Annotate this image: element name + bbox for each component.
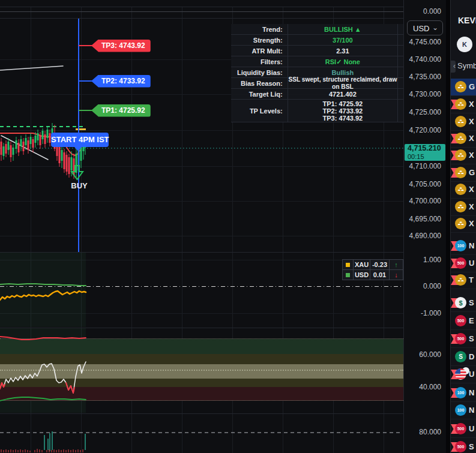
watchlist-row[interactable]: 500E: [451, 313, 476, 330]
watchlist-row[interactable]: T: [451, 272, 476, 289]
axis-price-label: 4,730.000: [409, 90, 441, 98]
symbol-name: S: [469, 442, 474, 451]
info-row-value: 4721.402: [288, 89, 398, 99]
info-row-label: Liquidity Bias:: [231, 67, 288, 77]
symbol-name: N: [469, 388, 474, 397]
chart-area[interactable]: START 4PM IST BUY TP3: 4743.92TP2: 4733.…: [0, 0, 446, 453]
watchlist-row[interactable]: U: [451, 366, 476, 383]
watchlist-row[interactable]: X: [451, 199, 476, 216]
rsi-upper-red-line: [0, 337, 86, 340]
candle-body: [32, 139, 34, 148]
watchlist-row[interactable]: 500U: [451, 255, 476, 272]
watchlist-row[interactable]: 100N: [451, 402, 476, 419]
gold-bars-icon: [455, 116, 466, 127]
watchlist-row[interactable]: X: [451, 113, 476, 131]
symbol-name: G: [469, 168, 475, 177]
currency-dropdown[interactable]: USD ⌄: [407, 20, 443, 35]
info-row-label: Trend:: [231, 24, 288, 34]
candle-body: [20, 139, 22, 146]
current-price-badge: 4,715.210 00:15: [405, 144, 445, 161]
legend-value: -0.23: [370, 260, 390, 270]
axis-price-label: 4,735.000: [409, 73, 441, 81]
watchlist-row[interactable]: 500U: [451, 421, 476, 438]
symbol-name: X: [469, 219, 474, 228]
watchlist-row[interactable]: SD: [451, 349, 476, 366]
axis-price-label: 0.000: [423, 7, 441, 16]
candle-body: [16, 140, 17, 149]
gold-bars-icon: [455, 98, 466, 110]
axis-price-label: 4,700.000: [409, 197, 441, 205]
symbol-badge-icon: 500: [455, 315, 466, 326]
symbol-badge-icon: 100: [455, 404, 466, 416]
symbol-column-header[interactable]: Symb: [457, 61, 476, 70]
axis-price-label: 4,710.000: [409, 162, 441, 170]
watchlist-row[interactable]: X: [451, 130, 476, 148]
info-row: Filters:RSI✓ None: [231, 56, 411, 67]
candle-body: [64, 152, 65, 169]
axis-price-label: -1.000: [421, 309, 441, 317]
candle-body: [42, 131, 44, 139]
watchlist-row[interactable]: $S: [451, 295, 476, 312]
tp-price-tag[interactable]: TP2: 4733.92: [91, 75, 151, 88]
axis-price-label: 1.000: [423, 256, 441, 264]
watchlist-panel: KEVI K ‹ Symb GXXXXGXXX100N500UT$S500E50…: [450, 0, 476, 453]
info-row-value: 2.31: [288, 46, 398, 56]
price-axis[interactable]: 0.0004,745.0004,740.0004,735.0004,730.00…: [403, 0, 447, 453]
axis-price-label: 80.000: [419, 428, 441, 436]
watchlist-row[interactable]: X: [451, 147, 476, 164]
axis-price-label: 4,725.000: [409, 108, 441, 116]
watchlist-row[interactable]: G: [451, 164, 476, 182]
oscillator-orange-line: [0, 291, 86, 300]
info-row-value: TP1: 4725.92 TP2: 4733.92 TP3: 4743.92: [288, 100, 398, 122]
legend-row: USD0.01↓: [343, 270, 403, 280]
watchlist-row[interactable]: 500S: [451, 331, 476, 348]
gold-bars-icon: [455, 81, 466, 92]
axis-price-label: 0.000: [423, 282, 441, 290]
current-price: 4,715.210: [408, 144, 445, 153]
watchlist-row[interactable]: X: [451, 181, 476, 199]
candle-body: [47, 130, 49, 138]
legend-value: 0.01: [370, 270, 390, 280]
candle-body: [35, 136, 37, 143]
watchlist-row[interactable]: 100N: [451, 385, 476, 402]
tp-price-tag[interactable]: TP3: 4743.92: [91, 40, 151, 52]
tp-price-tag[interactable]: TP1: 4725.92: [91, 104, 151, 117]
bar-countdown: 00:15: [408, 153, 445, 160]
symbol-name: U: [469, 424, 474, 433]
symbol-name: D: [469, 352, 474, 361]
symbol-badge-icon: 500: [455, 333, 466, 344]
watchlist-row[interactable]: 100N: [451, 238, 476, 255]
gold-bars-icon: [455, 133, 466, 144]
gold-bars-icon: [455, 201, 466, 212]
candle-body: [25, 138, 27, 145]
symbol-badge-icon: S: [455, 351, 466, 362]
symbol-name: T: [469, 275, 474, 284]
axis-price-label: 4,720.000: [409, 126, 441, 134]
panel-divider[interactable]: [446, 0, 450, 453]
axis-price-label: 4,705.000: [409, 180, 441, 188]
info-row-value: BULLISH ▲: [288, 24, 398, 34]
collapse-handle-icon[interactable]: ‹: [450, 61, 456, 73]
watchlist-row[interactable]: G: [451, 79, 476, 96]
watchlist-row[interactable]: 500S: [451, 439, 476, 453]
us-flag-icon: [455, 368, 466, 380]
info-row: Strength:37/100: [231, 35, 411, 46]
legend-symbol: XAU: [354, 260, 370, 270]
symbol-badge-icon: 500: [455, 423, 466, 434]
watchlist-row[interactable]: X: [451, 96, 476, 113]
arrow-up-icon: ↑: [390, 260, 403, 270]
symbol-name: S: [469, 334, 474, 343]
avatar[interactable]: K: [457, 37, 472, 52]
info-row-value: SSL swept, structure reclaimed, draw on …: [288, 78, 398, 88]
candle-body: [1, 142, 2, 155]
watchlist-title: KEVI: [458, 16, 476, 25]
symbol-name: E: [469, 316, 474, 325]
watchlist-row[interactable]: X: [451, 215, 476, 233]
strategy-info-panel: Trend:BULLISH ▲Strength:37/100ATR Mult:2…: [231, 24, 411, 122]
symbol-name: X: [469, 151, 474, 160]
info-row: TP Levels:TP1: 4725.92 TP2: 4733.92 TP3:…: [231, 100, 411, 122]
rsi-lower-green-line: [0, 397, 86, 401]
rsi-line-oversold-segment: [0, 383, 5, 389]
axis-price-label: 40.000: [419, 383, 441, 391]
info-row-label: Target Liq:: [231, 89, 288, 99]
